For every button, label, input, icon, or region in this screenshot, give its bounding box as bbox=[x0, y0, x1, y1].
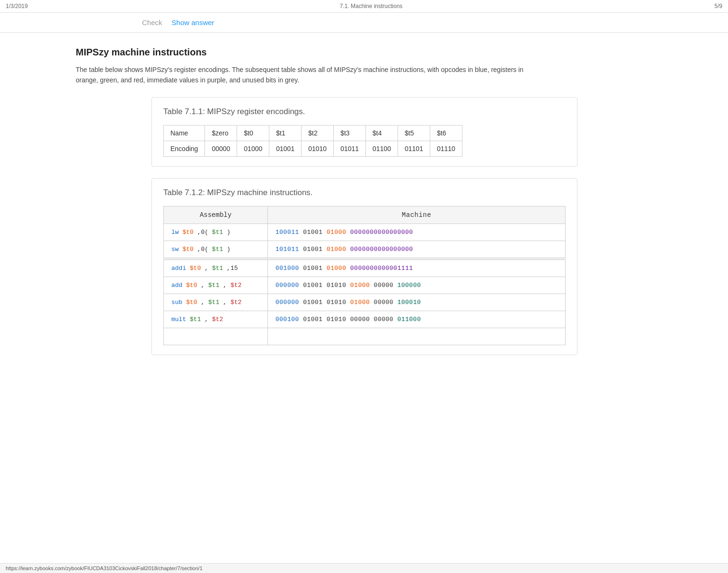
reg-t1: $t1 bbox=[208, 299, 219, 306]
reg-t0-enc: 01000 bbox=[350, 282, 370, 289]
main-content: MIPSzy machine instructions The table be… bbox=[0, 33, 728, 376]
kw-sub: sub bbox=[171, 299, 182, 306]
close-paren: ) bbox=[227, 229, 231, 236]
table-row: addi $t0 , $t1 ,15 001000 01001 01000 00… bbox=[164, 260, 566, 277]
reg-t0-enc: 01000 bbox=[327, 229, 346, 236]
op-add: 000000 bbox=[275, 282, 299, 289]
table-row: Name $zero $t0 $t1 $t2 $t3 $t4 $t5 $t6 bbox=[164, 125, 462, 141]
table1-title: Table 7.1.1: MIPSzy register encodings. bbox=[163, 107, 566, 116]
browser-bar: 1/3/2019 7.1. Machine instructions 5/9 bbox=[0, 0, 728, 13]
unused: 00000 00000 bbox=[350, 316, 398, 323]
machine-cell-addi: 001000 01001 01000 0000000000001111 bbox=[268, 260, 566, 277]
reg-t1: $t1 bbox=[208, 282, 219, 289]
comma: , bbox=[201, 299, 204, 306]
func-add: 100000 bbox=[397, 282, 421, 289]
table-cell: Encoding bbox=[164, 141, 205, 156]
kw-add: add bbox=[171, 282, 182, 289]
table-cell: 00000 bbox=[205, 141, 237, 156]
col-header-machine: Machine bbox=[268, 206, 566, 224]
section-description: The table below shows MIPSzy's register … bbox=[76, 64, 525, 86]
table-row: lw $t0 ,0( $t1 ) 100011 01001 01000 0000… bbox=[164, 224, 566, 241]
table-cell: 01011 bbox=[334, 141, 366, 156]
kw-addi: addi bbox=[171, 265, 186, 272]
comma-paren: ,0( bbox=[197, 246, 208, 253]
reg-t2-enc: 01010 bbox=[327, 282, 346, 289]
table-cell: $t5 bbox=[398, 125, 430, 141]
unused: 00000 bbox=[374, 282, 398, 289]
assembly-cell-add: add $t0 , $t1 , $t2 bbox=[164, 277, 268, 294]
table-row: sw $t0 ,0( $t1 ) 101011 01001 01000 0000… bbox=[164, 241, 566, 258]
table-cell: $t0 bbox=[237, 125, 269, 141]
reg-t1-enc: 01001 bbox=[303, 299, 323, 306]
empty-cell bbox=[164, 328, 268, 345]
reg-t0-enc: 01000 bbox=[350, 299, 370, 306]
top-action-bar: Check Show answer bbox=[0, 13, 728, 33]
assembly-cell-sub: sub $t0 , $t1 , $t2 bbox=[164, 294, 268, 311]
reg-t0: $t0 bbox=[182, 246, 193, 253]
comma: , bbox=[204, 265, 208, 272]
table-row: mult $t1 , $t2 000100 01001 01010 00000 … bbox=[164, 311, 566, 328]
reg-t1-enc: 01001 bbox=[303, 265, 323, 272]
reg-t1-enc: 01001 bbox=[303, 229, 327, 236]
browser-date: 1/3/2019 bbox=[6, 3, 28, 9]
table-cell: $t2 bbox=[302, 125, 334, 141]
op-sub: 000000 bbox=[275, 299, 299, 306]
table-cell: Name bbox=[164, 125, 205, 141]
reg-t1: $t1 bbox=[212, 265, 223, 272]
table-cell: 01001 bbox=[269, 141, 302, 156]
check-button[interactable]: Check bbox=[142, 18, 162, 27]
show-answer-button[interactable]: Show answer bbox=[172, 18, 214, 27]
comma: , bbox=[201, 282, 204, 289]
reg-t1-enc: 01001 bbox=[303, 316, 323, 323]
table-row bbox=[164, 328, 566, 345]
reg-t0: $t0 bbox=[186, 282, 197, 289]
browser-page-title: 7.1. Machine instructions bbox=[340, 3, 403, 9]
table-row: Encoding 00000 01000 01001 01010 01011 0… bbox=[164, 141, 462, 156]
func-mult: 011000 bbox=[397, 316, 421, 323]
machine-cell-add: 000000 01001 01010 01000 00000 100000 bbox=[268, 277, 566, 294]
table-cell: $t6 bbox=[430, 125, 462, 141]
table-cell: 01110 bbox=[430, 141, 462, 156]
kw-sw: sw bbox=[171, 246, 179, 253]
reg-t1: $t1 bbox=[190, 316, 201, 323]
reg-t2-enc: 01010 bbox=[327, 299, 346, 306]
machine-cell-sub: 000000 01001 01010 01000 00000 100010 bbox=[268, 294, 566, 311]
kw-mult: mult bbox=[171, 316, 186, 323]
table-cell: 01101 bbox=[398, 141, 430, 156]
reg-t0-enc: 01000 bbox=[327, 246, 346, 253]
reg-t2: $t2 bbox=[231, 282, 241, 289]
section-heading: MIPSzy machine instructions bbox=[76, 47, 719, 58]
reg-t1-enc: 01001 bbox=[303, 282, 323, 289]
table-row: sub $t0 , $t1 , $t2 000000 01001 01010 0 bbox=[164, 294, 566, 311]
table-cell: 01010 bbox=[302, 141, 334, 156]
reg-t2: $t2 bbox=[212, 316, 223, 323]
op-sw: 101011 bbox=[275, 246, 299, 253]
col-header-assembly: Assembly bbox=[164, 206, 268, 224]
table-cell: $t1 bbox=[269, 125, 302, 141]
machine-cell-sw: 101011 01001 01000 0000000000000000 bbox=[268, 241, 566, 258]
kw-lw: lw bbox=[171, 229, 179, 236]
assembly-cell-lw: lw $t0 ,0( $t1 ) bbox=[164, 224, 268, 241]
reg-t1: $t1 bbox=[212, 229, 223, 236]
op-addi: 001000 bbox=[275, 265, 299, 272]
table-cell: 01000 bbox=[237, 141, 269, 156]
register-encodings-container: Table 7.1.1: MIPSzy register encodings. … bbox=[151, 97, 577, 167]
imm-lw: 0000000000000000 bbox=[350, 229, 413, 236]
assembly-cell-mult: mult $t1 , $t2 bbox=[164, 311, 268, 328]
imm-addi: 0000000000001111 bbox=[350, 265, 413, 272]
close-paren: ) bbox=[227, 246, 231, 253]
comma-paren: ,0( bbox=[197, 229, 208, 236]
comma-15: ,15 bbox=[227, 265, 238, 272]
table-cell: $t4 bbox=[366, 125, 398, 141]
reg-t1: $t1 bbox=[212, 246, 223, 253]
reg-t0: $t0 bbox=[186, 299, 197, 306]
unused: 00000 bbox=[374, 299, 398, 306]
reg-t0-enc: 01000 bbox=[327, 265, 346, 272]
browser-page-indicator: 5/9 bbox=[714, 3, 722, 9]
reg-t2: $t2 bbox=[231, 299, 241, 306]
assembly-cell-addi: addi $t0 , $t1 ,15 bbox=[164, 260, 268, 277]
assembly-cell-sw: sw $t0 ,0( $t1 ) bbox=[164, 241, 268, 258]
table-header-row: Assembly Machine bbox=[164, 206, 566, 224]
machine-instructions-container: Table 7.1.2: MIPSzy machine instructions… bbox=[151, 178, 577, 355]
comma2: , bbox=[223, 282, 227, 289]
